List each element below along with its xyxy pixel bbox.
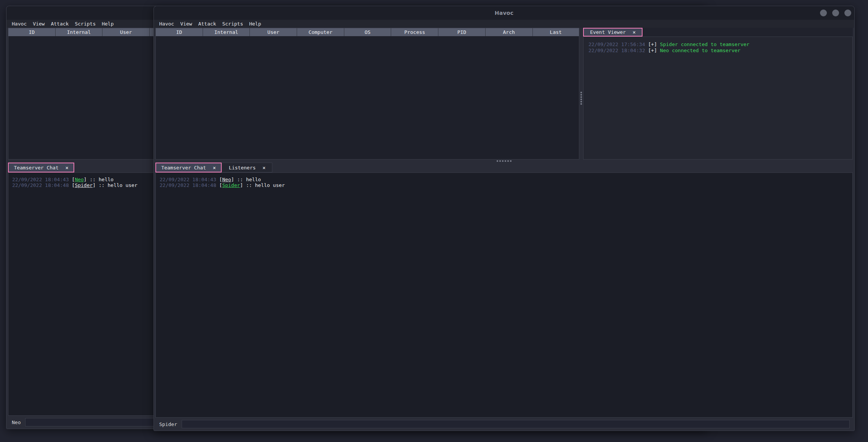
column-header-user[interactable]: User: [250, 28, 297, 36]
vertical-splitter[interactable]: [579, 28, 583, 160]
tab-label: Listeners: [229, 165, 256, 171]
chat-username: Spider: [75, 182, 93, 188]
column-header-id[interactable]: ID: [8, 28, 56, 36]
column-header-internal[interactable]: Internal: [56, 28, 103, 36]
column-header-arch[interactable]: Arch: [486, 28, 533, 36]
tab-teamserver-chat[interactable]: Teamserver Chat ✕: [8, 163, 74, 172]
close-icon[interactable]: ✕: [66, 165, 69, 171]
titlebar[interactable]: Havoc: [154, 6, 854, 20]
tab-teamserver-chat[interactable]: Teamserver Chat ✕: [155, 163, 222, 172]
chat-message-line: 22/09/2022 18:04:43 [Neo] :: hello: [160, 177, 852, 182]
close-icon[interactable]: ✕: [633, 29, 636, 35]
tab-listeners[interactable]: Listeners ✕: [222, 163, 272, 172]
event-log-line: 22/09/2022 18:04:32 [+] Neo connected to…: [588, 48, 852, 54]
chat-message-input[interactable]: [182, 420, 850, 428]
chat-username: Neo: [222, 177, 231, 182]
event-viewer-log: 22/09/2022 17:56:34 [+] Spider connected…: [583, 37, 853, 160]
havoc-window-spider: Havoc HavocViewAttackScriptsHelp IDInter…: [153, 6, 855, 431]
tab-label: Teamserver Chat: [161, 165, 206, 171]
column-header-os[interactable]: OS: [344, 28, 392, 36]
chat-input-row: Spider: [155, 418, 853, 430]
window-controls: [820, 6, 851, 20]
splitter-handle-icon: [497, 160, 512, 162]
chat-log: 22/09/2022 18:04:43 [Neo] :: hello22/09/…: [155, 172, 853, 418]
window-control-dot[interactable]: [844, 10, 851, 16]
close-icon[interactable]: ✕: [262, 165, 265, 171]
menu-item-scripts[interactable]: Scripts: [219, 20, 246, 28]
menu-item-scripts[interactable]: Scripts: [72, 20, 99, 28]
menu-bar: HavocViewAttackScriptsHelp: [154, 20, 854, 28]
chat-tab-bar: Teamserver Chat ✕ Listeners ✕: [155, 163, 272, 172]
menu-item-havoc[interactable]: Havoc: [9, 20, 30, 28]
chat-username: Spider: [222, 182, 240, 188]
window-title: Havoc: [495, 10, 514, 16]
column-header-user[interactable]: User: [102, 28, 150, 36]
tab-event-viewer[interactable]: Event Viewer ✕: [583, 28, 643, 37]
window-control-dot[interactable]: [832, 10, 839, 16]
menu-item-help[interactable]: Help: [99, 20, 117, 28]
menu-item-help[interactable]: Help: [246, 20, 264, 28]
chat-tab-bar: Teamserver Chat ✕: [8, 163, 74, 172]
menu-item-attack[interactable]: Attack: [195, 20, 219, 28]
column-header-computer[interactable]: Computer: [297, 28, 344, 36]
event-viewer-panel: Event Viewer ✕ 22/09/2022 17:56:34 [+] S…: [583, 28, 853, 160]
column-header-internal[interactable]: Internal: [203, 28, 250, 36]
menu-item-attack[interactable]: Attack: [48, 20, 72, 28]
sessions-table-body[interactable]: [156, 36, 579, 159]
window-control-dot[interactable]: [820, 10, 827, 16]
menu-item-view[interactable]: View: [30, 20, 48, 28]
column-header-last[interactable]: Last: [533, 28, 579, 36]
tab-label: Teamserver Chat: [14, 165, 58, 171]
sessions-table-header: IDInternalUserComputerOSProcessPIDArchLa…: [156, 28, 579, 36]
chat-message-line: 22/09/2022 18:04:48 [Spider] :: hello us…: [160, 182, 852, 188]
column-header-id[interactable]: ID: [156, 28, 203, 36]
column-header-process[interactable]: Process: [391, 28, 438, 36]
menu-item-havoc[interactable]: Havoc: [156, 20, 177, 28]
chat-username-label: Neo: [12, 420, 21, 425]
horizontal-splitter[interactable]: [155, 160, 853, 163]
event-log-line: 22/09/2022 17:56:34 [+] Spider connected…: [588, 41, 852, 48]
chat-username: Neo: [75, 177, 83, 182]
sessions-table: IDInternalUserComputerOSProcessPIDArchLa…: [155, 28, 579, 160]
close-icon[interactable]: ✕: [213, 165, 216, 171]
splitter-handle-icon: [580, 92, 582, 105]
menu-item-view[interactable]: View: [177, 20, 195, 28]
event-viewer-tab-bar: Event Viewer ✕: [583, 28, 853, 37]
column-header-pid[interactable]: PID: [438, 28, 486, 36]
chat-username-label: Spider: [159, 421, 177, 427]
tab-label: Event Viewer: [590, 29, 626, 35]
